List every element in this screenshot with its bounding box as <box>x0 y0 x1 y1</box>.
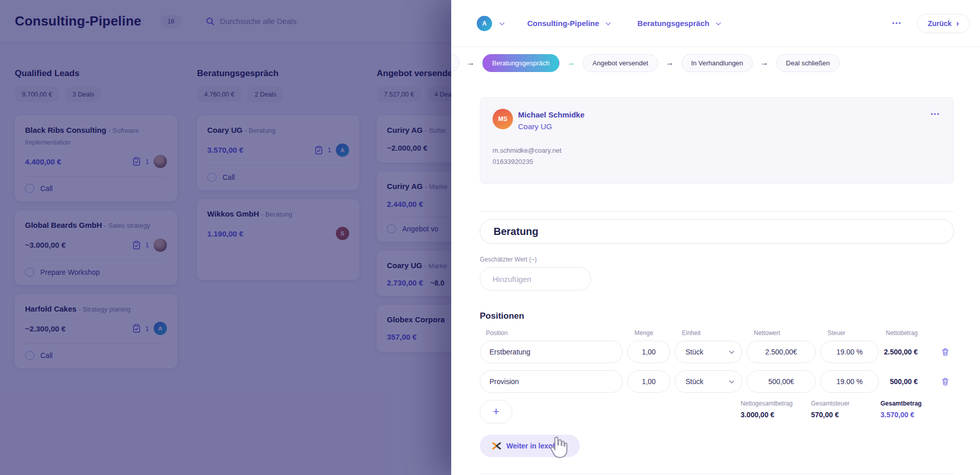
chevron-down-icon[interactable] <box>716 20 721 25</box>
position-row: Stück 500,00 € <box>480 370 954 393</box>
chevron-down-icon <box>729 378 734 384</box>
estimate-input[interactable] <box>480 267 591 291</box>
col-nettobetrag: Nettobetrag <box>884 329 932 337</box>
chevron-down-icon <box>729 349 734 354</box>
col-position: Position <box>480 329 623 337</box>
menge-input[interactable] <box>627 341 670 363</box>
stage-select[interactable]: Beratungsgespräch <box>638 19 709 28</box>
divider <box>480 473 954 474</box>
chevron-down-icon[interactable] <box>605 20 610 25</box>
contact-more-button[interactable]: ••• <box>930 111 940 118</box>
col-menge: Menge <box>627 329 670 337</box>
menge-input[interactable] <box>627 370 670 393</box>
steuer-input[interactable] <box>820 370 879 393</box>
deal-title-input[interactable] <box>480 219 954 244</box>
stage-pill-angebot-versendet[interactable]: Angebot versendet <box>583 54 658 72</box>
stage-arrow-icon: → <box>567 58 575 67</box>
delete-position-button[interactable] <box>937 373 954 390</box>
stage-pill-beratungsgespraech[interactable]: Beratungsgespräch <box>482 54 559 72</box>
einheit-select[interactable]: Stück <box>675 370 742 393</box>
contact-card: MS Michael Schmidke Coary UG ••• m.schmi… <box>480 97 954 184</box>
stage-pill-qualified-leads[interactable]: Qualified Leads <box>451 54 459 72</box>
contact-name[interactable]: Michael Schmidke <box>518 110 584 119</box>
total-netto: Nettogesamtbetrag 3.000,00 € <box>741 400 793 419</box>
col-steuer: Steuer <box>820 329 879 337</box>
back-label: Zurück <box>928 19 952 28</box>
contact-avatar: MS <box>493 109 513 129</box>
position-name-input[interactable] <box>480 341 623 363</box>
trash-icon <box>941 348 949 357</box>
stage-arrow-icon: → <box>666 58 674 67</box>
estimate-label: Geschätzter Wert (~) <box>480 256 954 263</box>
contact-email: m.schmidke@coary.net <box>493 147 561 154</box>
positions-table-header: Position Menge Einheit Nettowert Steuer … <box>480 329 954 337</box>
einheit-select[interactable]: Stück <box>675 341 742 363</box>
total-gesamt: Gesamtbetrag 3.570,00 € <box>880 400 932 419</box>
pipeline-select[interactable]: Consulting-Pipeline <box>527 19 599 28</box>
stage-pill-deal-schliessen[interactable]: Deal schließen <box>776 54 840 72</box>
app-screen: Consulting-Pipeline 16 Qualified Leads 9… <box>0 0 980 475</box>
stage-arrow-icon: → <box>467 58 475 67</box>
stage-arrow-icon: → <box>761 58 769 67</box>
stage-pill-in-verhandlungen[interactable]: In Verhandlungen <box>681 54 753 72</box>
nettobetrag-value: 2.500,00 € <box>884 348 932 356</box>
positions-heading: Positionen <box>480 311 954 321</box>
panel-content: MS Michael Schmidke Coary UG ••• m.schmi… <box>480 79 954 474</box>
lexoffice-icon <box>492 442 501 450</box>
divider <box>480 211 954 212</box>
delete-position-button[interactable] <box>937 343 954 361</box>
owner-avatar[interactable]: A <box>477 16 492 31</box>
total-steuer: Gesamtsteuer 570,00 € <box>811 400 862 419</box>
chevron-right-icon: › <box>956 19 959 28</box>
back-button[interactable]: Zurück › <box>917 14 970 33</box>
position-row: Stück 2.500,00 € <box>480 341 954 363</box>
col-einheit: Einheit <box>675 329 742 337</box>
lexoffice-button[interactable]: Weiter in lexoffice <box>480 435 580 457</box>
position-name-input[interactable] <box>480 370 623 393</box>
nettobetrag-value: 500,00 € <box>884 377 932 386</box>
col-nettowert: Nettowert <box>747 329 816 337</box>
more-menu-button[interactable]: ••• <box>892 20 902 27</box>
nettowert-input[interactable] <box>747 341 816 363</box>
stage-pills: Qualified Leads → Beratungsgespräch → An… <box>451 47 980 79</box>
contact-phone: 01633920235 <box>493 158 533 165</box>
contact-company[interactable]: Coary UG <box>518 122 552 131</box>
chevron-down-icon[interactable] <box>500 20 505 25</box>
panel-topbar: A Consulting-Pipeline Beratungsgespräch … <box>451 0 980 47</box>
nettowert-input[interactable] <box>747 370 816 393</box>
trash-icon <box>941 377 949 386</box>
add-position-button[interactable]: + <box>480 400 512 423</box>
steuer-input[interactable] <box>820 341 879 363</box>
totals-row: + Nettogesamtbetrag 3.000,00 € Gesamtste… <box>480 400 954 423</box>
deal-detail-panel: A Consulting-Pipeline Beratungsgespräch … <box>451 0 980 475</box>
